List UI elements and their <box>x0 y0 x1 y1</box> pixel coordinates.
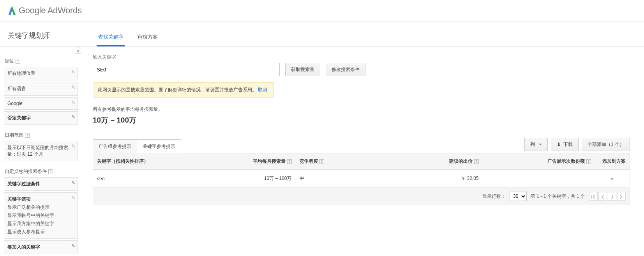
targeting-label-text: 定位 <box>5 58 14 64</box>
pager-first[interactable]: |❮ <box>589 192 598 201</box>
get-volume-button[interactable]: 获取搜索量 <box>285 63 320 76</box>
keyword-input-label: 输入关键字 <box>93 54 630 60</box>
tab-keyword-ideas[interactable]: 关键字参考提示 <box>137 139 181 153</box>
pager-next[interactable]: ❯ <box>608 192 616 201</box>
pencil-icon: ✎ <box>71 180 75 185</box>
app-header: Google AdWords <box>0 0 644 21</box>
tab-review-plan[interactable]: 审核方案 <box>136 28 159 46</box>
keyword-option-1: 显示广泛相关的提示 <box>7 204 74 211</box>
col-impr-text: 广告展示次数份额 <box>547 158 585 164</box>
section-custom-label: 自定义您的搜索条件 ? <box>5 168 78 175</box>
pager: 显示行数： 30 第 1 - 1 个关键字，共 1 个 |❮ ❮ ❯ ❯| <box>97 192 626 201</box>
pencil-icon: ✎ <box>71 85 75 90</box>
col-impr[interactable]: 广告展示次数份额 ? <box>483 153 595 170</box>
negative-keywords[interactable]: 否定关键字 ✎ <box>4 111 78 125</box>
help-icon[interactable]: ? <box>25 133 30 138</box>
download-icon: ⬇ <box>557 142 561 148</box>
keyword-table: 关键字（按相关性排序） 平均每月搜索量 ? 竞争程度 ? 建议的出价 ? 广告 <box>93 153 630 205</box>
keyword-option-4: 显示成人参考提示 <box>7 229 74 235</box>
subheader: 关键字规划师 查找关键字 审核方案 <box>0 21 644 47</box>
info-banner: 此网页显示的是搜索量范围。要了解更详细的情况，请设置并投放广告系列。 取消 <box>93 82 274 98</box>
negative-keywords-text: 否定关键字 <box>7 115 31 121</box>
help-icon[interactable]: ? <box>474 159 479 164</box>
targeting-location[interactable]: 所有地理位置 ✎ <box>4 67 78 80</box>
col-avg[interactable]: 平均每月搜索量 ? <box>233 153 296 170</box>
table-row: seo 10万 – 100万 中 ￥ 32.05 – » <box>93 170 630 188</box>
col-add: 添加到方案 <box>595 153 630 170</box>
adwords-icon <box>8 5 16 16</box>
brand-text: Google AdWords <box>19 5 82 16</box>
keyword-input[interactable] <box>93 63 280 76</box>
cell-avg: 10万 – 100万 <box>233 170 296 188</box>
col-comp[interactable]: 竞争程度 ? <box>296 153 397 170</box>
add-to-plan-icon: » <box>610 176 614 182</box>
download-button[interactable]: ⬇ 下载 <box>551 138 579 151</box>
include-keywords-text: 要加入的关键字 <box>7 244 40 250</box>
pager-last[interactable]: ❯| <box>617 192 626 201</box>
targeting-location-text: 所有地理位置 <box>7 71 35 76</box>
daterange-line1: 显示以下日期范围的月均搜索 <box>7 145 68 150</box>
help-icon[interactable]: ? <box>586 159 591 164</box>
add-all-button[interactable]: 全部添加（1 个） <box>582 138 630 151</box>
download-label: 下载 <box>563 141 573 148</box>
rows-label: 显示行数： <box>482 193 506 200</box>
modify-search-button[interactable]: 修改搜索条件 <box>326 63 365 76</box>
targeting-language[interactable]: 所有语言 ✎ <box>4 82 78 96</box>
table-footer: 显示行数： 30 第 1 - 1 个关键字，共 1 个 |❮ ❮ ❯ ❯| <box>93 188 630 205</box>
result-tabs: 广告组参考提示 关键字参考提示 <box>93 139 181 153</box>
targeting-network[interactable]: Google ✎ <box>4 97 78 110</box>
pager-prev[interactable]: ❮ <box>598 192 607 201</box>
keyword-option-2: 显示我帐号中的关键字 <box>7 212 74 219</box>
section-daterange-label: 日期范围 ? <box>5 132 78 139</box>
info-cancel-link[interactable]: 取消 <box>258 87 267 92</box>
range-text: 第 1 - 1 个关键字，共 1 个 <box>531 193 585 200</box>
cell-comp: 中 <box>296 170 397 188</box>
help-icon[interactable]: ? <box>287 159 292 164</box>
pencil-icon: ✎ <box>71 243 75 249</box>
pencil-icon: ✎ <box>71 100 75 105</box>
cell-impr: – <box>483 170 595 188</box>
content: 输入关键字 获取搜索量 修改搜索条件 此网页显示的是搜索量范围。要了解更详细的情… <box>80 47 644 256</box>
info-text: 此网页显示的是搜索量范围。要了解更详细的情况，请设置并投放广告系列。 <box>98 87 257 92</box>
pencil-icon: ✎ <box>71 144 75 149</box>
col-bid-text: 建议的出价 <box>449 158 473 164</box>
tab-adgroup-ideas[interactable]: 广告组参考提示 <box>93 139 137 153</box>
keyword-option-3: 显示我方案中的关键字 <box>7 220 74 227</box>
keyword-options-title: 关键字选项 <box>7 196 31 202</box>
targeting-language-text: 所有语言 <box>7 86 26 91</box>
targeting-network-text: Google <box>7 101 23 106</box>
col-comp-text: 竞争程度 <box>300 158 318 164</box>
cell-bid: ￥ 32.05 <box>397 170 483 188</box>
sidebar: « 定位 ? 所有地理位置 ✎ 所有语言 ✎ Google ✎ 否定关键字 ✎ … <box>0 47 80 256</box>
col-bid[interactable]: 建议的出价 ? <box>397 153 483 170</box>
keyword-options-card[interactable]: ✎ 关键字选项 显示广泛相关的提示 显示我帐号中的关键字 显示我方案中的关键字 … <box>4 192 78 239</box>
include-keywords-card[interactable]: 要加入的关键字 ✎ <box>4 240 78 254</box>
avg-search-label: 所有参考提示的平均每月搜索量。 <box>93 106 630 113</box>
columns-button[interactable]: 列 <box>524 138 548 151</box>
section-targeting-label: 定位 ? <box>5 58 78 64</box>
help-icon[interactable]: ? <box>16 59 20 64</box>
cell-add[interactable]: » <box>595 170 630 188</box>
cell-keyword: seo <box>93 170 233 188</box>
daterange-line2: 量：过去 12 个月 <box>7 151 43 157</box>
col-keyword[interactable]: 关键字（按相关性排序） <box>93 153 233 170</box>
help-icon[interactable]: ? <box>48 169 53 174</box>
page-title: 关键字规划师 <box>8 21 50 46</box>
keyword-filter-card[interactable]: 关键字过滤条件 ✎ <box>4 177 78 191</box>
daterange-label-text: 日期范围 <box>5 132 23 139</box>
pencil-icon: ✎ <box>71 195 75 201</box>
help-icon[interactable]: ? <box>319 159 324 164</box>
tab-find-keywords[interactable]: 查找关键字 <box>97 28 125 46</box>
pencil-icon: ✎ <box>71 69 75 75</box>
sidebar-collapse-button[interactable]: « <box>75 48 81 54</box>
avg-search-value: 10万 – 100万 <box>93 115 630 125</box>
rows-select[interactable]: 30 <box>510 192 527 201</box>
keyword-filter-text: 关键字过滤条件 <box>7 181 40 187</box>
main-tabs: 查找关键字 审核方案 <box>97 28 159 46</box>
brand-logo: Google AdWords <box>8 5 82 16</box>
col-avg-text: 平均每月搜索量 <box>253 158 286 164</box>
pencil-icon: ✎ <box>71 114 75 119</box>
daterange-card[interactable]: 显示以下日期范围的月均搜索 量：过去 12 个月 ✎ <box>4 141 78 161</box>
custom-label-text: 自定义您的搜索条件 <box>5 168 47 175</box>
